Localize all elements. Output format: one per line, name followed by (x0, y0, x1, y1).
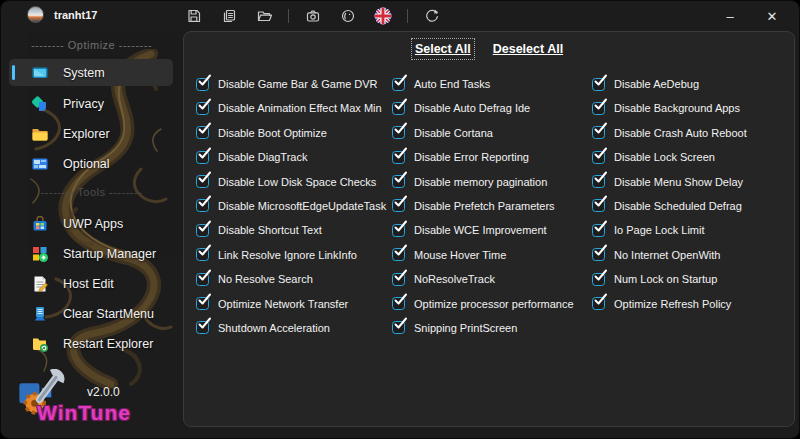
sidebar-item-explorer[interactable]: Explorer (9, 120, 173, 147)
sidebar-item-startup-manager[interactable]: Startup Manager (9, 240, 173, 267)
sidebar-item-privacy[interactable]: Privacy (9, 90, 173, 117)
save-icon[interactable] (183, 5, 205, 27)
screenshot-icon[interactable] (302, 5, 324, 27)
explorer-folder-icon (31, 125, 49, 143)
tweak-row[interactable]: Disable Animation Effect Max Min (196, 101, 386, 115)
user-box[interactable]: tranht17 (27, 6, 97, 23)
checkbox-checked[interactable] (592, 151, 605, 164)
section-optimize-label: -------- Optimize -------- (1, 39, 182, 51)
tweak-row[interactable]: Optimize Network Transfer (196, 297, 386, 311)
deselect-all-link[interactable]: Deselect All (493, 42, 563, 56)
tweak-row[interactable]: Disable memory pagination (392, 175, 574, 189)
checkbox-checked[interactable] (392, 297, 405, 310)
tweak-row[interactable]: Auto End Tasks (392, 77, 574, 91)
tweak-row[interactable]: Snipping PrintScreen (392, 321, 574, 335)
tweak-row[interactable]: Link Resolve Ignore LinkInfo (196, 248, 386, 262)
sidebar-item-uwp-apps[interactable]: UWP Apps (9, 210, 173, 237)
checkbox-checked[interactable] (392, 199, 405, 212)
tweak-row[interactable]: Disable Scheduled Defrag (592, 199, 747, 213)
tweak-row[interactable]: Shutdown Acceleration (196, 321, 386, 335)
tweak-row[interactable]: Num Lock on Startup (592, 272, 747, 286)
brand-name: WinTune (37, 401, 131, 425)
tweaks-column-2: Auto End Tasks Disable Auto Defrag Ide D… (392, 77, 574, 335)
tweak-row[interactable]: Disable Error Reporting (392, 150, 574, 164)
tweak-row[interactable]: Mouse Hover Time (392, 248, 574, 262)
checkbox-checked[interactable] (592, 199, 605, 212)
checkbox-checked[interactable] (196, 175, 209, 188)
tweak-label: Shutdown Acceleration (218, 322, 330, 334)
sidebar-item-system[interactable]: System (9, 59, 173, 86)
tweak-row[interactable]: No Resolve Search (196, 272, 386, 286)
refresh-icon[interactable] (421, 5, 443, 27)
language-english-flag-icon[interactable] (372, 5, 394, 27)
tweak-row[interactable]: Disable Menu Show Delay (592, 175, 747, 189)
checkbox-checked[interactable] (392, 78, 405, 91)
tweak-row[interactable]: No Internet OpenWith (592, 248, 747, 262)
checkbox-checked[interactable] (392, 126, 405, 139)
tweak-row[interactable]: Disable Low Disk Space Checks (196, 175, 386, 189)
tweak-row[interactable]: Optimize Refresh Policy (592, 297, 747, 311)
tweak-label: Disable Low Disk Space Checks (218, 176, 376, 188)
privacy-icon (31, 95, 49, 113)
tweak-row[interactable]: Disable MicrosoftEdgeUpdateTask (196, 199, 386, 213)
tweak-row[interactable]: Disable Game Bar & Game DVR (196, 77, 386, 91)
tweaks-panel: Select All Deselect All Disable Game Bar… (183, 31, 795, 427)
tweak-row[interactable]: Io Page Lock Limit (592, 223, 747, 237)
checkbox-checked[interactable] (196, 273, 209, 286)
checkbox-checked[interactable] (592, 297, 605, 310)
theme-icon[interactable] (337, 5, 359, 27)
checkbox-checked[interactable] (392, 151, 405, 164)
checkbox-checked[interactable] (592, 175, 605, 188)
tweak-row[interactable]: Disable Cortana (392, 126, 574, 140)
minimize-button[interactable]: – (713, 3, 747, 29)
checkbox-checked[interactable] (392, 224, 405, 237)
sidebar-item-restart-explorer[interactable]: Restart Explorer (9, 330, 173, 357)
sidebar-item-clear-startmenu[interactable]: Clear StartMenu (9, 300, 173, 327)
checkbox-checked[interactable] (592, 273, 605, 286)
checkbox-checked[interactable] (592, 78, 605, 91)
uwp-store-icon (31, 215, 49, 233)
tweak-row[interactable]: Disable DiagTrack (196, 150, 386, 164)
select-all-link[interactable]: Select All (415, 42, 471, 56)
tweak-row[interactable]: Optimize processor performance (392, 297, 574, 311)
checkbox-checked[interactable] (196, 297, 209, 310)
checkbox-checked[interactable] (592, 126, 605, 139)
tweak-row[interactable]: Disable Prefetch Parameters (392, 199, 574, 213)
checkbox-checked[interactable] (392, 248, 405, 261)
checkbox-checked[interactable] (196, 248, 209, 261)
close-button[interactable]: ✕ (755, 3, 789, 29)
checkbox-checked[interactable] (392, 175, 405, 188)
checkbox-checked[interactable] (196, 78, 209, 91)
tweak-row[interactable]: Disable Shortcut Text (196, 223, 386, 237)
tweak-row[interactable]: Disable Lock Screen (592, 150, 747, 164)
copy-icon[interactable] (218, 5, 240, 27)
sidebar-item-host-edit[interactable]: Host Edit (9, 270, 173, 297)
tweak-row[interactable]: Disable Background Apps (592, 101, 747, 115)
checkbox-checked[interactable] (196, 151, 209, 164)
checkbox-checked[interactable] (196, 102, 209, 115)
tweak-row[interactable]: Disable Auto Defrag Ide (392, 101, 574, 115)
tweak-row[interactable]: Disable Crash Auto Reboot (592, 126, 747, 140)
optional-panel-icon (31, 155, 49, 173)
sidebar-item-optional[interactable]: Optional (9, 150, 173, 177)
tweak-row[interactable]: Disable Boot Optimize (196, 126, 386, 140)
checkbox-checked[interactable] (392, 321, 405, 334)
checkbox-checked[interactable] (592, 248, 605, 261)
checkbox-checked[interactable] (392, 102, 405, 115)
tweak-label: Disable AeDebug (614, 78, 699, 90)
tweak-row[interactable]: Disable WCE Improvement (392, 223, 574, 237)
open-folder-icon[interactable] (253, 5, 275, 27)
checkbox-checked[interactable] (196, 126, 209, 139)
checkbox-checked[interactable] (196, 224, 209, 237)
tweak-label: Disable MicrosoftEdgeUpdateTask (218, 200, 386, 212)
tweak-label: No Resolve Search (218, 273, 313, 285)
checkbox-checked[interactable] (196, 199, 209, 212)
checkbox-checked[interactable] (392, 273, 405, 286)
checkbox-checked[interactable] (196, 321, 209, 334)
checkbox-checked[interactable] (592, 224, 605, 237)
tweaks-column-3: Disable AeDebug Disable Background Apps … (592, 77, 747, 311)
tweak-row[interactable]: Disable AeDebug (592, 77, 747, 91)
startup-manager-icon (31, 245, 49, 263)
checkbox-checked[interactable] (592, 102, 605, 115)
tweak-row[interactable]: NoResolveTrack (392, 272, 574, 286)
